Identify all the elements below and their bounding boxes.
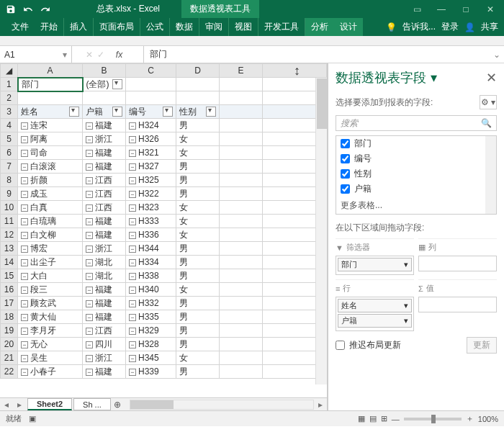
cell[interactable]: −福建 (83, 365, 126, 379)
cell[interactable]: 男 (176, 324, 220, 338)
collapse-icon[interactable]: − (21, 273, 28, 280)
page-layout-icon[interactable]: ▤ (369, 414, 377, 423)
chevron-down-icon[interactable]: ▾ (63, 50, 67, 60)
zoom-out-icon[interactable]: — (392, 415, 400, 423)
cell[interactable]: −H333 (126, 215, 176, 228)
values-area[interactable]: Σ值 (418, 279, 497, 331)
collapse-icon[interactable]: − (86, 191, 93, 198)
save-icon[interactable] (3, 2, 19, 17)
cell[interactable]: −H326 (126, 132, 176, 146)
col-header-b[interactable]: B (83, 64, 126, 78)
name-box[interactable]: A1 ▾ (0, 46, 72, 63)
cancel-icon[interactable]: ✕ (86, 50, 93, 60)
tab-file[interactable]: 文件 (6, 18, 35, 36)
cell[interactable]: −黄大仙 (18, 310, 83, 324)
collapse-icon[interactable]: − (21, 204, 28, 212)
sheet-tab[interactable]: Sh ... (73, 398, 111, 410)
collapse-icon[interactable]: − (21, 150, 28, 157)
cell[interactable]: −H325 (126, 174, 176, 187)
cell[interactable]: −无心 (18, 338, 83, 351)
more-tables[interactable]: 更多表格... (336, 197, 496, 215)
row-header[interactable]: 11 (1, 215, 18, 228)
collapse-icon[interactable]: − (86, 232, 93, 239)
tab-insert[interactable]: 插入 (64, 18, 94, 36)
cell[interactable]: 部门 (18, 78, 83, 91)
undo-icon[interactable] (20, 2, 36, 17)
cell[interactable]: −福建 (83, 160, 126, 174)
field-list-scrollbar[interactable] (485, 136, 496, 214)
normal-view-icon[interactable]: ▦ (358, 414, 365, 423)
cell[interactable]: −连宋 (18, 119, 83, 132)
cell[interactable]: −福建 (83, 297, 126, 310)
pivot-header[interactable]: 姓名 (18, 105, 83, 119)
tab-review[interactable]: 审阅 (199, 18, 229, 36)
cell[interactable]: 女 (176, 283, 220, 297)
cell[interactable]: −浙江 (83, 242, 126, 256)
cell[interactable]: −H323 (126, 201, 176, 215)
cell[interactable]: −H339 (126, 365, 176, 379)
collapse-icon[interactable]: − (129, 232, 136, 239)
field-item[interactable]: 编号 (336, 151, 496, 166)
select-all[interactable]: ◢ (1, 64, 18, 78)
cell[interactable]: −福建 (83, 215, 126, 228)
search-input[interactable]: 搜索 🔍 (336, 115, 497, 131)
cell[interactable]: 女 (176, 351, 220, 365)
row-header[interactable]: 16 (1, 283, 18, 297)
cell[interactable]: −四川 (83, 338, 126, 351)
collapse-icon[interactable]: − (86, 150, 93, 157)
collapse-icon[interactable]: − (129, 163, 136, 171)
ribbon-display-icon[interactable]: ▭ (406, 2, 428, 17)
row-header[interactable]: 6 (1, 146, 18, 160)
field-item[interactable]: 部门 (336, 136, 496, 151)
cell[interactable]: −浙江 (83, 132, 126, 146)
pivot-header[interactable]: 户籍 (83, 105, 126, 119)
collapse-icon[interactable]: − (86, 177, 93, 184)
cell[interactable]: −H322 (126, 187, 176, 201)
row-header[interactable]: 3 (1, 105, 18, 119)
field-checkbox[interactable] (341, 169, 350, 179)
macro-record-icon[interactable]: ▣ (29, 414, 36, 423)
collapse-icon[interactable]: − (21, 259, 28, 266)
cell[interactable]: −福建 (83, 119, 126, 132)
col-header-e[interactable]: E (220, 64, 263, 78)
row-header[interactable]: 20 (1, 338, 18, 351)
collapse-icon[interactable]: − (129, 287, 136, 294)
close-icon[interactable]: ✕ (480, 2, 501, 17)
cell[interactable]: 男 (176, 310, 220, 324)
cell[interactable]: −H329 (126, 324, 176, 338)
collapse-icon[interactable]: − (86, 204, 93, 212)
collapse-icon[interactable]: − (21, 191, 28, 198)
cell[interactable]: 女 (176, 215, 220, 228)
tab-formulas[interactable]: 公式 (140, 18, 170, 36)
collapse-icon[interactable]: − (21, 341, 28, 348)
cell[interactable]: −小春子 (18, 365, 83, 379)
row-header[interactable]: 19 (1, 324, 18, 338)
cell[interactable]: −李月牙 (18, 324, 83, 338)
row-chip[interactable]: 户籍▾ (338, 314, 412, 328)
cell[interactable]: −大白 (18, 269, 83, 283)
collapse-icon[interactable]: − (129, 218, 136, 225)
collapse-icon[interactable]: − (21, 314, 28, 321)
filter-dropdown-icon[interactable] (206, 107, 216, 117)
row-header[interactable]: 7 (1, 160, 18, 174)
cell[interactable]: 男 (176, 119, 220, 132)
sheet-nav-next-icon[interactable]: ▸ (13, 400, 26, 410)
filter-dropdown-icon[interactable] (69, 107, 79, 117)
cell[interactable]: −福建 (83, 228, 126, 242)
share-button[interactable]: 共享 (481, 21, 498, 33)
cell[interactable]: −H327 (126, 160, 176, 174)
collapse-icon[interactable]: − (129, 259, 136, 266)
col-header-blank[interactable] (263, 64, 327, 78)
col-header-d[interactable]: D (176, 64, 220, 78)
cell[interactable]: −湖北 (83, 269, 126, 283)
cell[interactable]: −段三 (18, 283, 83, 297)
zoom-level[interactable]: 100% (478, 415, 498, 423)
cell[interactable]: −江西 (83, 187, 126, 201)
cell[interactable]: −H340 (126, 283, 176, 297)
sheet-tab-active[interactable]: Sheet2 (27, 398, 72, 410)
cell[interactable]: 男 (176, 269, 220, 283)
cell[interactable]: 男 (176, 338, 220, 351)
collapse-icon[interactable]: − (86, 273, 93, 280)
collapse-icon[interactable]: − (86, 136, 93, 143)
tab-view[interactable]: 视图 (229, 18, 258, 36)
